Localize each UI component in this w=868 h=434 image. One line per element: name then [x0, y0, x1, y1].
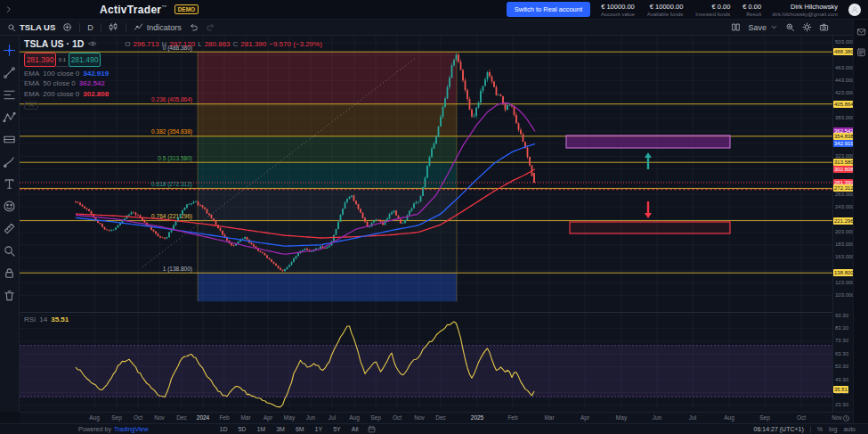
- quote-panel: 281.390 0.1 281.490: [24, 53, 322, 67]
- date-ranges: 1D5D1M3M6M1Y5YAll: [220, 426, 359, 432]
- collapse-panel-icon[interactable]: [0, 5, 16, 13]
- time-label: Nov: [825, 414, 848, 421]
- zoom-tool-icon[interactable]: [3, 243, 17, 258]
- lock-tool-icon[interactable]: [3, 266, 17, 280]
- toolbar-right: Save: [724, 22, 868, 32]
- right-sidebar: [853, 20, 868, 423]
- buy-button[interactable]: 281.490: [69, 53, 101, 67]
- rsi-tick: 53.30: [835, 364, 848, 369]
- redo-icon[interactable]: [206, 22, 215, 32]
- interval-selector[interactable]: D: [87, 23, 93, 32]
- price-axis[interactable]: 503.000463.000443.000423.000383.000323.0…: [832, 36, 853, 412]
- time-label: Oct: [790, 414, 813, 421]
- account-stat: € 10000.00Account value: [601, 3, 635, 17]
- switch-to-real-account-button[interactable]: Switch to Real account: [507, 2, 590, 17]
- indicator-row[interactable]: EMA50 close 0362.542: [24, 79, 322, 87]
- header-right: Switch to Real account € 10000.00Account…: [507, 2, 868, 17]
- log-scale-toggle[interactable]: log: [829, 426, 837, 432]
- calendar-icon[interactable]: [368, 425, 376, 433]
- account-stat: € 10000.00Available funds: [647, 3, 684, 17]
- price-level-label: 354.838: [833, 133, 855, 140]
- range-6m[interactable]: 6M: [296, 426, 304, 432]
- sell-button[interactable]: 281.390: [24, 53, 56, 67]
- chart-type-candles-icon[interactable]: [109, 22, 118, 32]
- price-tick: 263.000: [835, 192, 855, 197]
- indicator-row[interactable]: EMA200 close 0302.808: [24, 90, 322, 98]
- price-tick: 243.000: [835, 204, 855, 209]
- indicator-legend: EMA100 close 0342.919EMA50 close 0362.54…: [24, 70, 322, 98]
- trash-tool-icon[interactable]: [3, 288, 17, 302]
- text-tool-icon[interactable]: [3, 176, 17, 191]
- fib-retracement-tool-icon[interactable]: [3, 87, 17, 102]
- zoom-in-icon[interactable]: [785, 22, 795, 32]
- stat-label: Available funds: [647, 12, 684, 17]
- news-icon[interactable]: [856, 47, 866, 57]
- price-tick: 463.000: [835, 65, 855, 70]
- time-label: Sep: [753, 414, 776, 421]
- time-label: Jul: [681, 414, 704, 421]
- emoji-tool-icon[interactable]: [3, 199, 17, 213]
- header: ActivTrader™ DEMO Switch to Real account…: [0, 0, 868, 20]
- camera-snapshot-icon[interactable]: [819, 22, 829, 32]
- gear-icon[interactable]: [802, 22, 812, 32]
- collapse-legend-chevron[interactable]: [24, 102, 38, 110]
- mail-icon[interactable]: [856, 27, 866, 37]
- price-level-label: 313.580: [833, 159, 855, 166]
- chart-toolbar: TSLA US D Indicators Save: [0, 20, 868, 36]
- range-1y[interactable]: 1Y: [315, 426, 323, 432]
- range-5y[interactable]: 5Y: [333, 426, 341, 432]
- time-label: 2024: [191, 414, 215, 421]
- rsi-tick: 93.30: [835, 313, 848, 318]
- time-label: May: [278, 414, 301, 421]
- indicator-name: EMA: [24, 79, 39, 87]
- range-1d[interactable]: 1D: [220, 426, 228, 432]
- time-label: Mar: [538, 414, 561, 421]
- chevron-down-icon: [770, 23, 778, 31]
- chart-legend: TSLA US · 1D O296.713 H297.120 L280.863 …: [24, 38, 322, 110]
- legend-symbol[interactable]: TSLA US · 1D: [24, 38, 84, 49]
- user-avatar[interactable]: [848, 4, 861, 16]
- measure-tool-icon[interactable]: [3, 221, 17, 235]
- account-stats: € 10000.00Account value€ 10000.00Availab…: [601, 3, 761, 17]
- compare-add-icon[interactable]: [62, 22, 72, 32]
- auto-scale-toggle[interactable]: auto: [843, 426, 856, 432]
- tradingview-link[interactable]: TradingView: [114, 426, 149, 432]
- price-level-label: 272.312: [833, 184, 855, 192]
- clock-label[interactable]: 06:14:27 (UTC+1): [754, 426, 804, 432]
- percent-scale-toggle[interactable]: %: [817, 426, 823, 432]
- symbol-search[interactable]: TSLA US: [7, 22, 55, 32]
- indicator-params: 50 close 0: [43, 79, 75, 87]
- price-tick: 423.000: [835, 90, 855, 95]
- range-3m[interactable]: 3M: [276, 426, 285, 432]
- time-label: Sep: [105, 414, 128, 421]
- footer-bar: Powered by TradingView 1D5D1M3M6M1Y5YAll…: [0, 423, 868, 434]
- save-button[interactable]: Save: [748, 23, 778, 32]
- time-label: Mar: [234, 414, 257, 421]
- symbol-label: TSLA US: [20, 22, 55, 32]
- chart-area[interactable]: 0 (488.380)0.236 (405.864)0.382 (354.838…: [20, 36, 832, 412]
- range-5d[interactable]: 5D: [238, 426, 246, 432]
- range-all[interactable]: All: [352, 426, 359, 432]
- divider: [126, 23, 126, 32]
- indicator-row[interactable]: EMA100 close 0342.919: [24, 70, 322, 78]
- panels-layout-icon[interactable]: [731, 22, 741, 32]
- spread-value: 0.1: [56, 53, 69, 67]
- price-level-label: 302.808: [833, 166, 855, 173]
- time-label: Feb: [213, 414, 236, 421]
- time-axis[interactable]: AugSepOctNovDec2024FebMarAprMayJunJulAug…: [20, 412, 853, 423]
- time-label: Sep: [364, 414, 387, 421]
- indicator-name: EMA: [24, 70, 39, 78]
- price-tick: 123.000: [835, 280, 855, 285]
- indicators-icon: [134, 22, 143, 32]
- trend-line-tool-icon[interactable]: [3, 65, 17, 79]
- indicators-label: Indicators: [147, 23, 182, 32]
- indicator-params: 200 close 0: [43, 90, 79, 98]
- indicators-button[interactable]: Indicators: [134, 22, 182, 32]
- undo-icon[interactable]: [189, 22, 199, 32]
- eye-visibility-icon[interactable]: [88, 39, 97, 48]
- xabcd-pattern-tool-icon[interactable]: [3, 110, 17, 124]
- long-position-tool-icon[interactable]: [3, 132, 17, 146]
- range-1m[interactable]: 1M: [256, 426, 265, 432]
- brush-tool-icon[interactable]: [3, 154, 17, 168]
- crosshair-tool-icon[interactable]: [3, 43, 17, 57]
